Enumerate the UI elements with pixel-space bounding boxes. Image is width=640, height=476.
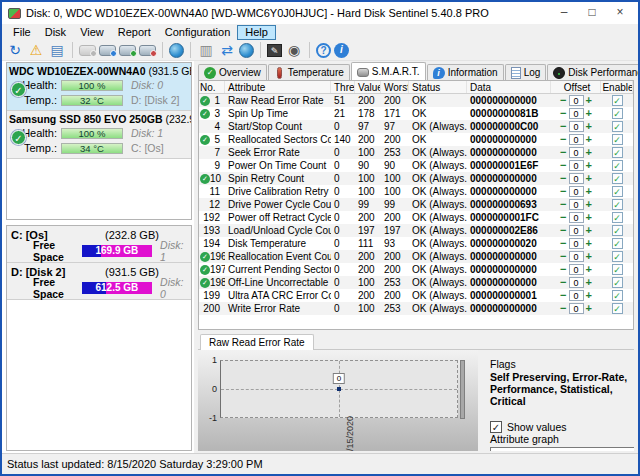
enable-checkbox[interactable]: ✓: [612, 238, 623, 249]
partition-entry[interactable]: D: [Disk 2](931.5 GB)Free Space612.5 GBD…: [7, 263, 191, 300]
table-row[interactable]: 200Write Error Rate0100253OK (Always...0…: [199, 302, 633, 315]
offset-increase-button[interactable]: +: [586, 238, 592, 249]
offset-increase-button[interactable]: +: [586, 186, 592, 197]
table-row[interactable]: ✓196Reallocation Event Count0200200OK (A…: [199, 250, 633, 263]
menu-view[interactable]: View: [73, 25, 111, 40]
tab-information[interactable]: iInformation: [427, 64, 504, 80]
enable-checkbox[interactable]: ✓: [612, 95, 623, 106]
offset-decrease-button[interactable]: −: [560, 186, 566, 197]
offset-increase-button[interactable]: +: [586, 173, 592, 184]
offset-decrease-button[interactable]: −: [560, 95, 566, 106]
enable-checkbox[interactable]: ✓: [612, 147, 623, 158]
tab-s-m-a-r-t[interactable]: S.M.A.R.T.: [351, 62, 426, 80]
enable-checkbox[interactable]: ✓: [612, 134, 623, 145]
menu-report[interactable]: Report: [111, 25, 158, 40]
table-row[interactable]: 194Disk Temperature011193OK (Always...00…: [199, 237, 633, 250]
offset-decrease-button[interactable]: −: [560, 212, 566, 223]
offset-increase-button[interactable]: +: [586, 303, 592, 314]
offset-increase-button[interactable]: +: [586, 108, 592, 119]
offset-decrease-button[interactable]: −: [560, 264, 566, 275]
offset-decrease-button[interactable]: −: [560, 160, 566, 171]
offset-increase-button[interactable]: +: [586, 95, 592, 106]
offset-increase-button[interactable]: +: [586, 121, 592, 132]
help-icon[interactable]: ?: [316, 43, 331, 58]
offset-decrease-button[interactable]: −: [560, 238, 566, 249]
offset-increase-button[interactable]: +: [586, 134, 592, 145]
graph-tab[interactable]: Raw Read Error Rate: [200, 334, 314, 350]
disk-entry[interactable]: Samsung SSD 850 EVO 250GB (232.9 GB)✓Hea…: [7, 111, 191, 159]
tab-log[interactable]: Log: [505, 64, 547, 80]
sound-icon[interactable]: ◉: [285, 42, 303, 59]
tab-temperature[interactable]: Temperature: [268, 64, 350, 80]
table-row[interactable]: 4Start/Stop Count09797OK (Always...00000…: [199, 120, 633, 133]
offset-decrease-button[interactable]: −: [560, 290, 566, 301]
refresh-icon[interactable]: ↻: [6, 42, 24, 59]
sync-disk-icon[interactable]: ⇄: [218, 42, 236, 59]
minimize-button[interactable]: –: [550, 3, 578, 23]
offset-increase-button[interactable]: +: [586, 277, 592, 288]
enable-checkbox[interactable]: ✓: [612, 277, 623, 288]
enable-checkbox[interactable]: ✓: [612, 303, 623, 314]
disk-clock-icon[interactable]: [99, 45, 116, 56]
offset-increase-button[interactable]: +: [586, 212, 592, 223]
enable-checkbox[interactable]: ✓: [612, 121, 623, 132]
tab-overview[interactable]: ✓Overview: [198, 64, 267, 80]
attribute-graph-dropdown[interactable]: Display data field: [490, 447, 634, 451]
table-row[interactable]: ✓5Reallocated Sectors Co...140200200OK00…: [199, 133, 633, 146]
close-button[interactable]: ×: [606, 3, 634, 23]
display-report-icon[interactable]: ▤: [48, 42, 66, 59]
monitor-edit-icon[interactable]: ✎: [267, 44, 282, 57]
disk-entry[interactable]: WDC WD10EZEX-00WN4A0 (931.5 GB)✓Health:1…: [7, 63, 191, 111]
offset-increase-button[interactable]: +: [586, 251, 592, 262]
enable-checkbox[interactable]: ✓: [612, 108, 623, 119]
table-row[interactable]: ✓1Raw Read Error Rate51200200OK000000000…: [199, 94, 633, 107]
show-values-checkbox[interactable]: ✓: [490, 421, 502, 433]
table-row[interactable]: 199Ultra ATA CRC Error Co...0200200OK (A…: [199, 289, 633, 302]
offset-increase-button[interactable]: +: [586, 147, 592, 158]
enable-checkbox[interactable]: ✓: [612, 199, 623, 210]
offset-decrease-button[interactable]: −: [560, 173, 566, 184]
tab-disk-performance[interactable]: Disk Performance: [547, 64, 638, 80]
enable-checkbox[interactable]: ✓: [612, 160, 623, 171]
disk-undo-icon[interactable]: [79, 45, 96, 56]
table-row[interactable]: 193Load/Unload Cycle Cou...0197197OK (Al…: [199, 224, 633, 237]
offset-increase-button[interactable]: +: [586, 160, 592, 171]
offset-decrease-button[interactable]: −: [560, 134, 566, 145]
table-row[interactable]: ✓10Spin Retry Count0100100OK (Always...0…: [199, 172, 633, 185]
disk-search-icon[interactable]: [139, 45, 156, 56]
enable-checkbox[interactable]: ✓: [612, 290, 623, 301]
offset-decrease-button[interactable]: −: [560, 108, 566, 119]
info-icon[interactable]: i: [334, 43, 349, 58]
log-notes-icon[interactable]: ▥: [197, 42, 215, 59]
menu-disk[interactable]: Disk: [38, 25, 73, 40]
maximize-button[interactable]: □: [578, 3, 606, 23]
offset-increase-button[interactable]: +: [586, 225, 592, 236]
offset-increase-button[interactable]: +: [586, 290, 592, 301]
table-row[interactable]: 9Power On Time Count09090OK (Always...00…: [199, 159, 633, 172]
enable-checkbox[interactable]: ✓: [612, 173, 623, 184]
disk-ok-icon[interactable]: [119, 45, 136, 56]
offset-increase-button[interactable]: +: [586, 199, 592, 210]
enable-checkbox[interactable]: ✓: [612, 251, 623, 262]
table-row[interactable]: 12Drive Power Cycle Count09999OK (Always…: [199, 198, 633, 211]
warning-icon[interactable]: ⚠: [27, 42, 45, 59]
menu-help[interactable]: Help: [237, 25, 276, 40]
offset-decrease-button[interactable]: −: [560, 225, 566, 236]
table-row[interactable]: 192Power off Retract Cycle ...0200200OK …: [199, 211, 633, 224]
menu-file[interactable]: File: [6, 25, 38, 40]
offset-decrease-button[interactable]: −: [560, 199, 566, 210]
table-row[interactable]: ✓198Off-Line Uncorrectable ...0100253OK …: [199, 276, 633, 289]
partition-entry[interactable]: C: [Os](232.8 GB)Free Space169.9 GBDisk:…: [7, 226, 191, 263]
table-row[interactable]: ✓197Current Pending Sector...0200200OK (…: [199, 263, 633, 276]
offset-decrease-button[interactable]: −: [560, 251, 566, 262]
offset-decrease-button[interactable]: −: [560, 121, 566, 132]
table-row[interactable]: 7Seek Error Rate0100253OK (Always...0000…: [199, 146, 633, 159]
enable-checkbox[interactable]: ✓: [612, 186, 623, 197]
offset-decrease-button[interactable]: −: [560, 147, 566, 158]
table-row[interactable]: ✓3Spin Up Time21178171OK00000000081B−0+✓: [199, 107, 633, 120]
remote-monitor-icon[interactable]: [239, 43, 254, 58]
offset-decrease-button[interactable]: −: [560, 277, 566, 288]
enable-checkbox[interactable]: ✓: [612, 225, 623, 236]
table-row[interactable]: 11Drive Calibration Retry ...0100100OK (…: [199, 185, 633, 198]
menu-configuration[interactable]: Configuration: [158, 25, 237, 40]
